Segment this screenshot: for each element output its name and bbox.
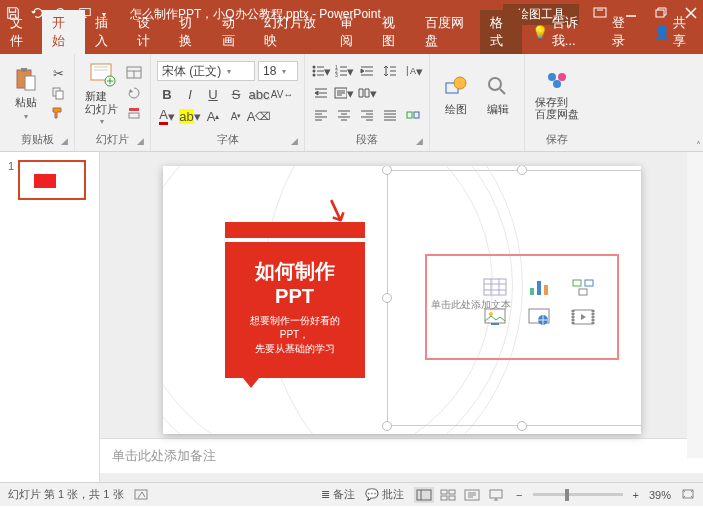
align-text-button[interactable]: ▾ bbox=[334, 84, 354, 102]
tab-file[interactable]: 文件 bbox=[0, 10, 42, 54]
font-color-button[interactable]: A▾ bbox=[157, 107, 177, 125]
slide-canvas[interactable]: ↘ 如何制作PPT 想要制作一份好看的PPT，先要从基础的学习 ⟳ bbox=[163, 166, 641, 434]
italic-button[interactable]: I bbox=[180, 85, 200, 103]
paste-button[interactable]: 粘贴▾ bbox=[6, 63, 46, 123]
align-left-button[interactable] bbox=[311, 106, 331, 124]
tab-design[interactable]: 设计 bbox=[127, 10, 169, 54]
vertical-scrollbar[interactable] bbox=[687, 152, 703, 458]
dialog-launcher-icon[interactable]: ◢ bbox=[416, 136, 423, 146]
signin-link[interactable]: 登录 bbox=[602, 10, 644, 54]
bold-button[interactable]: B bbox=[157, 85, 177, 103]
tab-transitions[interactable]: 切换 bbox=[169, 10, 211, 54]
insert-video-icon[interactable] bbox=[569, 306, 597, 328]
tab-animations[interactable]: 动画 bbox=[212, 10, 254, 54]
svg-point-25 bbox=[454, 77, 466, 89]
new-slide-icon bbox=[86, 60, 118, 88]
resize-handle[interactable] bbox=[517, 421, 527, 431]
slide-thumbnail[interactable]: 1 bbox=[8, 160, 91, 200]
align-center-button[interactable] bbox=[334, 106, 354, 124]
justify-button[interactable] bbox=[380, 106, 400, 124]
tab-format[interactable]: 格式 bbox=[480, 10, 522, 54]
content-placeholder[interactable]: ⟳ 单击此处添加文本 bbox=[387, 170, 641, 426]
notes-pane[interactable]: 单击此处添加备注 bbox=[100, 438, 703, 473]
paste-icon bbox=[10, 65, 42, 93]
align-right-button[interactable] bbox=[357, 106, 377, 124]
notes-toggle[interactable]: ≣ 备注 bbox=[321, 487, 355, 502]
char-spacing-button[interactable]: AV↔ bbox=[272, 85, 292, 103]
insert-smartart-icon[interactable] bbox=[569, 276, 597, 298]
slide-counter[interactable]: 幻灯片 第 1 张，共 1 张 bbox=[8, 487, 124, 502]
tab-home[interactable]: 开始 bbox=[42, 10, 84, 54]
section-icon[interactable] bbox=[124, 104, 144, 122]
underline-button[interactable]: U bbox=[203, 85, 223, 103]
resize-handle[interactable] bbox=[382, 293, 392, 303]
zoom-in-icon[interactable]: + bbox=[633, 489, 639, 501]
dialog-launcher-icon[interactable]: ◢ bbox=[137, 136, 144, 146]
strikethrough-button[interactable]: S bbox=[226, 85, 246, 103]
new-slide-button[interactable]: 新建 幻灯片▾ bbox=[81, 58, 122, 127]
svg-rect-33 bbox=[544, 285, 548, 295]
dialog-launcher-icon[interactable]: ◢ bbox=[61, 136, 68, 146]
numbering-button[interactable]: 123▾ bbox=[334, 62, 354, 80]
share-button[interactable]: 👤共享 bbox=[644, 10, 703, 54]
editing-button[interactable]: 编辑 bbox=[478, 70, 518, 119]
resize-handle[interactable] bbox=[382, 166, 392, 175]
highlight-button[interactable]: ab▾ bbox=[180, 107, 200, 125]
layout-icon[interactable] bbox=[124, 64, 144, 82]
workspace: 1 ↘ 如何制作PPT 想要制作一份好看的PPT，先要从基础的学习 bbox=[0, 152, 703, 482]
tab-slideshow[interactable]: 幻灯片放映 bbox=[254, 10, 330, 54]
reset-icon[interactable] bbox=[124, 84, 144, 102]
reading-view-icon[interactable] bbox=[462, 487, 482, 503]
svg-point-15 bbox=[313, 74, 316, 77]
shadow-button[interactable]: abc bbox=[249, 85, 269, 103]
line-spacing-button[interactable] bbox=[380, 62, 400, 80]
zoom-level[interactable]: 39% bbox=[649, 489, 671, 501]
resize-handle[interactable] bbox=[382, 421, 392, 431]
drawing-button[interactable]: 绘图 bbox=[436, 70, 476, 119]
insert-online-picture-icon[interactable] bbox=[525, 306, 553, 328]
dialog-launcher-icon[interactable]: ◢ bbox=[291, 136, 298, 146]
columns-button[interactable]: ▾ bbox=[357, 84, 377, 102]
collapse-ribbon-icon[interactable]: ˄ bbox=[696, 140, 701, 151]
tab-insert[interactable]: 插入 bbox=[85, 10, 127, 54]
clear-format-button[interactable]: A⌫ bbox=[249, 107, 269, 125]
bullets-button[interactable]: ▾ bbox=[311, 62, 331, 80]
tab-baidu[interactable]: 百度网盘 bbox=[415, 10, 480, 54]
slide-thumbnail-pane[interactable]: 1 bbox=[0, 152, 100, 482]
tell-me[interactable]: 💡告诉我... bbox=[522, 10, 602, 54]
insert-table-icon[interactable] bbox=[481, 276, 509, 298]
normal-view-icon[interactable] bbox=[414, 487, 434, 503]
insert-chart-icon[interactable] bbox=[525, 276, 553, 298]
slideshow-view-icon[interactable] bbox=[486, 487, 506, 503]
font-family-select[interactable]: 宋体 (正文)▾ bbox=[157, 61, 255, 81]
text-direction-button[interactable]: |A▾ bbox=[403, 62, 423, 80]
comments-toggle[interactable]: 💬 批注 bbox=[365, 487, 404, 502]
svg-rect-5 bbox=[25, 76, 35, 90]
indent-left-button[interactable] bbox=[311, 84, 331, 102]
grow-font-button[interactable]: A▴ bbox=[203, 107, 223, 125]
svg-rect-39 bbox=[491, 323, 499, 325]
slide-editor[interactable]: ↘ 如何制作PPT 想要制作一份好看的PPT，先要从基础的学习 ⟳ bbox=[100, 152, 703, 482]
cut-icon[interactable]: ✂ bbox=[48, 64, 68, 82]
format-painter-icon[interactable] bbox=[48, 104, 68, 122]
copy-icon[interactable] bbox=[48, 84, 68, 102]
title-callout[interactable]: 如何制作PPT 想要制作一份好看的PPT，先要从基础的学习 bbox=[225, 222, 365, 388]
sorter-view-icon[interactable] bbox=[438, 487, 458, 503]
placeholder-inner[interactable]: 单击此处添加文本 bbox=[425, 254, 619, 360]
insert-picture-icon[interactable] bbox=[481, 306, 509, 328]
resize-handle[interactable] bbox=[517, 166, 527, 175]
fit-window-icon[interactable] bbox=[681, 488, 695, 502]
lightbulb-icon: 💡 bbox=[532, 25, 548, 40]
indent-right-button[interactable] bbox=[357, 62, 377, 80]
tab-view[interactable]: 视图 bbox=[372, 10, 414, 54]
zoom-slider[interactable] bbox=[533, 493, 623, 496]
shrink-font-button[interactable]: A▾ bbox=[226, 107, 246, 125]
thumbnail-preview bbox=[18, 160, 86, 200]
zoom-out-icon[interactable]: − bbox=[516, 489, 522, 501]
svg-text:A: A bbox=[410, 66, 416, 76]
font-size-select[interactable]: 18▾ bbox=[258, 61, 298, 81]
spellcheck-icon[interactable] bbox=[134, 487, 148, 503]
smartart-button[interactable] bbox=[403, 106, 423, 124]
save-baidu-button[interactable]: 保存到 百度网盘 bbox=[531, 64, 583, 122]
tab-review[interactable]: 审阅 bbox=[330, 10, 372, 54]
